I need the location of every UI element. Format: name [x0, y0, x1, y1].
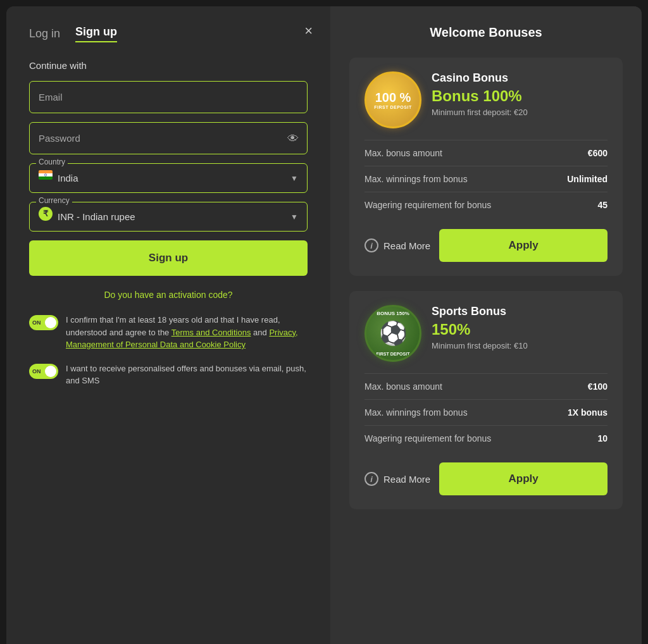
currency-select-row: ₹ INR - Indian rupee	[39, 202, 298, 225]
info-icon-sports: i	[364, 472, 378, 486]
tab-signup[interactable]: Sign up	[75, 25, 117, 42]
casino-row-0: Max. bonus amount €600	[364, 140, 608, 166]
age-confirm-toggle[interactable]: ON	[29, 315, 58, 330]
toggle-knob	[45, 317, 56, 328]
currency-wrapper: Currency ₹ INR - Indian rupee ▼	[29, 202, 308, 232]
casino-row-2-value: 45	[597, 200, 608, 210]
sports-bonus-header: BONUS 150% ⚽ FIRST DEPOSIT Sports Bonus …	[364, 305, 608, 362]
country-label: Country	[36, 158, 68, 166]
tab-header: Log in Sign up	[29, 25, 308, 42]
right-panel: Welcome Bonuses 100 % FIRST DEPOSIT Casi…	[330, 6, 642, 644]
casino-bonus-percent: Bonus 100%	[432, 87, 608, 105]
close-button[interactable]: ×	[304, 24, 313, 38]
toggle-on-label: ON	[32, 319, 41, 326]
casino-row-1: Max. winnings from bonus Unlimited	[364, 166, 608, 192]
main-container: Log in Sign up × Continue with 👁 Country	[6, 6, 642, 644]
offers-toggle[interactable]: ON	[29, 364, 58, 379]
toggle-row-1: ON I confirm that I'm at least 18 years …	[29, 314, 308, 351]
password-field[interactable]	[29, 122, 308, 154]
tab-login[interactable]: Log in	[29, 27, 60, 40]
sports-read-more-button[interactable]: i Read More	[364, 472, 430, 486]
sports-bonus-card: BONUS 150% ⚽ FIRST DEPOSIT Sports Bonus …	[349, 291, 623, 509]
sports-row-0-label: Max. bonus amount	[364, 381, 442, 392]
sports-apply-button[interactable]: Apply	[439, 462, 608, 495]
casino-bonus-card: 100 % FIRST DEPOSIT Casino Bonus Bonus 1…	[349, 58, 623, 276]
activation-code-label[interactable]: Do you have an activation code?	[29, 290, 308, 300]
toggle-on-label-2: ON	[32, 368, 41, 375]
toggle-row-2: ON I want to receive personalised offers…	[29, 362, 308, 387]
svg-rect-2	[39, 176, 53, 180]
welcome-title: Welcome Bonuses	[349, 25, 623, 40]
india-flag-icon	[39, 170, 53, 180]
casino-bonus-info: Casino Bonus Bonus 100% Minimum first de…	[432, 71, 608, 117]
soccer-ball-icon: ⚽	[379, 320, 408, 347]
sports-row-1-value: 1X bonus	[568, 407, 608, 418]
sports-bonus-min-deposit: Minimum first deposit: €10	[432, 341, 608, 350]
casino-bonus-badge: 100 % FIRST DEPOSIT	[364, 71, 421, 128]
sports-row-2-label: Wagering requirement for bonus	[364, 433, 491, 443]
casino-bonus-min-deposit: Minimum first deposit: €20	[432, 108, 608, 117]
casino-read-more-button[interactable]: i Read More	[364, 238, 430, 252]
info-icon: i	[364, 238, 378, 252]
sports-bonus-percent: 150%	[432, 321, 608, 338]
currency-select[interactable]: INR - Indian rupee	[58, 202, 298, 225]
currency-icon: ₹	[39, 207, 53, 221]
email-field[interactable]	[29, 81, 308, 113]
sports-bonus-type: Sports Bonus	[432, 305, 608, 318]
sports-badge-bottom-text: FIRST DEPOSIT	[377, 352, 410, 356]
casino-row-0-label: Max. bonus amount	[364, 148, 442, 158]
casino-bonus-header: 100 % FIRST DEPOSIT Casino Bonus Bonus 1…	[364, 71, 608, 128]
casino-row-0-value: €600	[588, 148, 608, 158]
sports-badge-top-text: BONUS 150%	[377, 311, 409, 316]
eye-icon[interactable]: 👁	[287, 132, 299, 145]
casino-bonus-actions: i Read More Apply	[364, 229, 608, 262]
sports-row-1-label: Max. winnings from bonus	[364, 407, 468, 418]
signup-button[interactable]: Sign up	[29, 240, 308, 276]
casino-row-2-label: Wagering requirement for bonus	[364, 200, 491, 210]
casino-row-1-label: Max. winnings from bonus	[364, 174, 468, 184]
sports-bonus-actions: i Read More Apply	[364, 462, 608, 495]
sports-read-more-label: Read More	[383, 474, 430, 485]
country-select[interactable]: India	[58, 164, 298, 186]
currency-label: Currency	[36, 196, 72, 205]
country-select-row: India	[39, 164, 298, 186]
casino-badge-percent: 100 %	[375, 91, 411, 104]
casino-row-2: Wagering requirement for bonus 45	[364, 192, 608, 218]
terms-link[interactable]: Terms and Conditions	[171, 328, 251, 337]
country-wrapper: Country India ▼	[29, 163, 308, 193]
password-wrapper: 👁	[29, 122, 308, 154]
svg-rect-0	[39, 170, 53, 173]
casino-bonus-type: Casino Bonus	[432, 71, 608, 85]
sports-row-0: Max. bonus amount €100	[364, 373, 608, 399]
offers-text: I want to receive personalised offers an…	[66, 362, 308, 387]
sports-row-2: Wagering requirement for bonus 10	[364, 425, 608, 451]
sports-bonus-badge: BONUS 150% ⚽ FIRST DEPOSIT	[364, 305, 421, 362]
sports-bonus-info: Sports Bonus 150% Minimum first deposit:…	[432, 305, 608, 350]
age-confirm-text: I confirm that I'm at least 18 years old…	[66, 314, 308, 351]
casino-apply-button[interactable]: Apply	[439, 229, 608, 262]
left-panel: Log in Sign up × Continue with 👁 Country	[6, 6, 330, 644]
svg-point-4	[46, 175, 46, 175]
casino-row-1-value: Unlimited	[567, 174, 608, 184]
sports-row-1: Max. winnings from bonus 1X bonus	[364, 399, 608, 425]
sports-row-2-value: 10	[597, 433, 608, 443]
continue-label: Continue with	[29, 60, 308, 71]
toggle-knob-2	[45, 366, 56, 377]
sports-row-0-value: €100	[588, 381, 608, 392]
casino-read-more-label: Read More	[383, 240, 430, 251]
casino-badge-label: FIRST DEPOSIT	[374, 105, 411, 109]
